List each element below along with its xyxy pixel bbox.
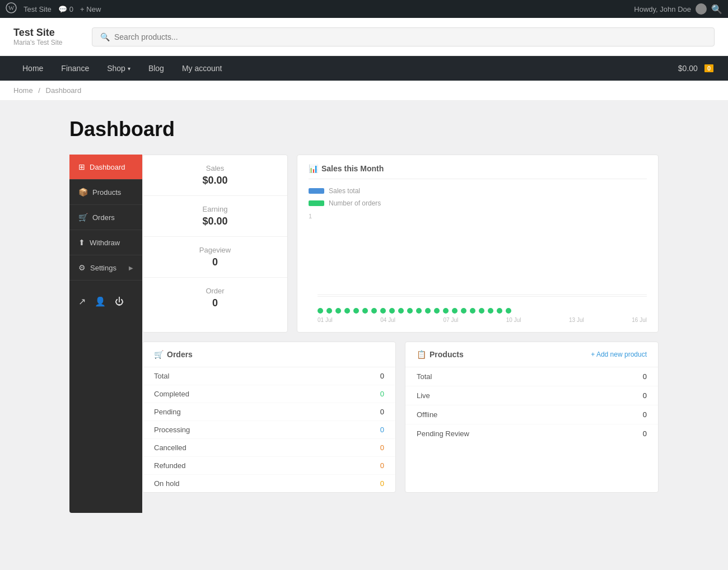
search-input[interactable] [114, 32, 706, 41]
bottom-row: 🛒 Orders Total 0 Completed 0 Pending 0 P… [142, 342, 659, 493]
stat-earning-label: Earning [154, 205, 276, 213]
chart-dot [470, 308, 475, 314]
order-value: 0 [380, 372, 384, 380]
chart-dot [380, 308, 386, 314]
power-icon[interactable]: ⏻ [111, 295, 127, 309]
nav-item-home[interactable]: Home [13, 56, 52, 81]
chart-title: 📊 Sales this Month [309, 164, 647, 179]
order-value: 0 [380, 390, 384, 398]
chart-dot [362, 308, 368, 314]
add-product-link[interactable]: + Add new product [591, 351, 647, 358]
nav-item-my-account[interactable]: My account [173, 56, 231, 81]
admin-bar-comments[interactable]: 💬 0 [58, 5, 73, 13]
order-label: Cancelled [154, 443, 186, 452]
chevron-right-icon: ▶ [129, 265, 133, 271]
products-row: Total 0 [405, 367, 658, 386]
orders-table: Total 0 Completed 0 Pending 0 Processing… [143, 367, 395, 492]
order-label: Refunded [154, 461, 185, 470]
nav-left: Home Finance Shop ▾ Blog My account [13, 56, 231, 81]
stat-sales-value: $0.00 [154, 175, 276, 186]
legend-swatch-blue [309, 188, 324, 194]
sidebar-item-dashboard[interactable]: ⊞ Dashboard [69, 155, 142, 180]
product-value: 0 [643, 372, 647, 381]
order-label: Total [154, 372, 169, 380]
orders-row: On hold 0 [143, 475, 395, 492]
chart-dot [506, 308, 511, 314]
chart-dot [407, 308, 413, 314]
site-logo: Test Site Maria's Test Site [13, 27, 81, 46]
product-label: Live [417, 391, 430, 400]
admin-search-icon[interactable]: 🔍 [711, 3, 722, 15]
order-value: 0 [380, 461, 384, 470]
cart-badge[interactable]: 0 [703, 63, 715, 73]
admin-bar-new[interactable]: + New [80, 5, 101, 13]
legend-num-orders: Number of orders [309, 199, 647, 207]
search-bar[interactable]: 🔍 [92, 27, 715, 46]
breadcrumb-separator: / [38, 86, 40, 95]
sidebar-item-products[interactable]: 📦 Products [69, 180, 142, 205]
external-link-icon[interactable]: ↗ [75, 294, 89, 309]
chart-dot [434, 308, 440, 314]
chart-dot [353, 308, 359, 314]
stats-card: Sales $0.00 Earning $0.00 Pageview 0 Ord… [142, 155, 288, 333]
chart-dot [443, 308, 449, 314]
orders-row: Completed 0 [143, 385, 395, 403]
products-row: Live 0 [405, 386, 658, 405]
product-value: 0 [643, 391, 647, 400]
chart-dots-row [318, 308, 647, 314]
orders-card-header: 🛒 Orders [143, 342, 395, 367]
site-tagline: Maria's Test Site [13, 39, 81, 46]
search-icon: 🔍 [100, 32, 110, 41]
chart-line-area [318, 218, 647, 297]
orders-icon: 🛒 [78, 213, 88, 222]
sidebar-item-withdraw[interactable]: ⬆ Withdraw [69, 230, 142, 255]
chart-dot [335, 308, 341, 314]
sidebar: ⊞ Dashboard 📦 Products 🛒 Orders ⬆ Withdr… [69, 155, 142, 513]
admin-bar-howdy: Howdy, John Doe [634, 5, 691, 13]
product-value: 0 [643, 429, 647, 438]
chart-area: 1 [309, 213, 647, 314]
orders-header-icon: 🛒 [154, 350, 164, 359]
chevron-down-icon: ▾ [128, 66, 130, 72]
orders-row: Processing 0 [143, 421, 395, 439]
orders-row: Cancelled 0 [143, 439, 395, 457]
products-row: Pending Review 0 [405, 424, 658, 443]
chart-y-label: 1 [309, 213, 312, 219]
user-icon[interactable]: 👤 [91, 294, 109, 309]
order-value: 0 [380, 479, 384, 488]
comment-icon: 💬 [58, 5, 67, 13]
chart-dot [461, 308, 466, 314]
dashboard-layout: ⊞ Dashboard 📦 Products 🛒 Orders ⬆ Withdr… [69, 155, 659, 513]
nav-item-blog[interactable]: Blog [139, 56, 173, 81]
order-label: Processing [154, 426, 190, 434]
sidebar-item-orders[interactable]: 🛒 Orders [69, 205, 142, 230]
products-card-header: 📋 Products + Add new product [405, 342, 658, 367]
withdraw-icon: ⬆ [78, 238, 85, 247]
wp-logo-icon[interactable]: W [6, 2, 17, 16]
nav-item-shop[interactable]: Shop ▾ [98, 56, 139, 81]
legend-sales-total: Sales total [309, 187, 647, 195]
dashboard-icon: ⊞ [78, 162, 85, 171]
chart-dot [326, 308, 332, 314]
order-label: Pending [154, 408, 181, 416]
products-card: 📋 Products + Add new product Total 0 Liv… [405, 342, 659, 493]
order-value: 0 [380, 426, 384, 434]
chart-dot [398, 308, 404, 314]
chart-dot [452, 308, 458, 314]
site-header: Test Site Maria's Test Site 🔍 [0, 18, 728, 56]
stat-pageview-value: 0 [154, 256, 276, 268]
breadcrumb-current: Dashboard [46, 86, 82, 95]
breadcrumb-home[interactable]: Home [13, 86, 33, 95]
order-label: On hold [154, 479, 180, 488]
stat-earning: Earning $0.00 [143, 196, 287, 237]
page-title: Dashboard [69, 118, 659, 141]
products-header-icon: 📋 [417, 350, 426, 359]
nav-item-finance[interactable]: Finance [52, 56, 98, 81]
sidebar-item-settings[interactable]: ⚙ Settings ▶ [69, 255, 142, 281]
stat-sales: Sales $0.00 [143, 155, 287, 196]
chart-card: 📊 Sales this Month Sales total Number of… [297, 155, 659, 333]
chart-dot [425, 308, 431, 314]
admin-bar-site-name[interactable]: Test Site [24, 5, 52, 13]
chart-dot [371, 308, 377, 314]
svg-text:W: W [8, 4, 15, 11]
